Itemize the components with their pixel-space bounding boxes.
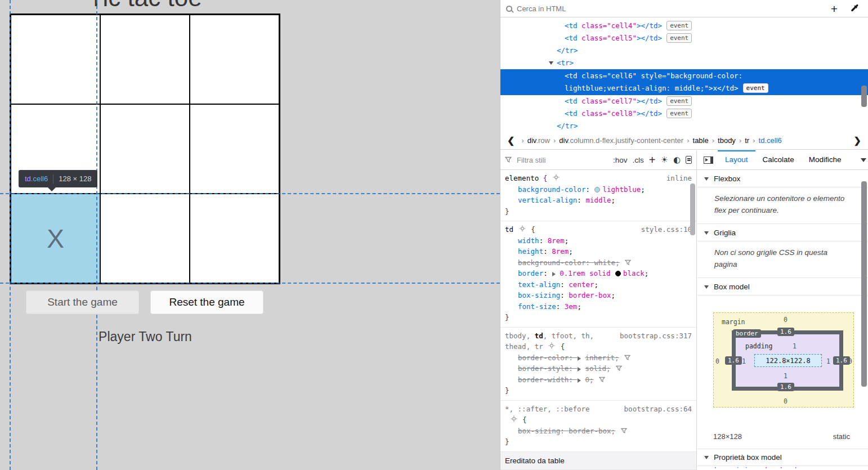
markup-line-cell4[interactable]: <td class="cell4"></td>event bbox=[500, 20, 868, 32]
css-declaration[interactable]: background-color: lightblue; bbox=[505, 184, 692, 195]
reset-game-button[interactable]: Reset the game bbox=[150, 290, 263, 314]
breadcrumb-item[interactable]: tr bbox=[745, 136, 749, 145]
highlight-selector-icon[interactable] bbox=[548, 342, 555, 349]
filter-icon[interactable] bbox=[616, 365, 622, 371]
margin-bottom-value[interactable]: 0 bbox=[784, 397, 788, 405]
filter-icon[interactable] bbox=[621, 428, 627, 434]
box-model-diagram: margin 0 0 0 0 border 1.6 1.6 1.6 1.6 pa… bbox=[713, 312, 854, 408]
content-box-size[interactable]: 122.8×122.8 bbox=[754, 354, 822, 367]
print-simulation-icon[interactable] bbox=[686, 156, 692, 164]
css-declaration-overridden[interactable]: border-width: 0; bbox=[505, 374, 692, 386]
toggle-classes[interactable]: .cls bbox=[633, 156, 644, 164]
highlight-selector-icon[interactable] bbox=[553, 174, 560, 181]
board-cell[interactable] bbox=[100, 15, 190, 104]
rule-source-link[interactable]: style.css:10 bbox=[637, 224, 692, 235]
expand-pane-icon[interactable] bbox=[704, 156, 713, 164]
rule-element-inline[interactable]: elemento { inline background-color: ligh… bbox=[500, 170, 696, 221]
section-box-model-properties[interactable]: Proprietà box model bbox=[697, 449, 868, 466]
event-badge[interactable]: event bbox=[666, 96, 692, 106]
breadcrumb-item[interactable]: table bbox=[693, 136, 709, 145]
markup-line-open-tr[interactable]: <tr> bbox=[500, 57, 868, 69]
padding-left-value[interactable]: 1 bbox=[742, 357, 746, 365]
highlight-selector-icon[interactable] bbox=[511, 415, 517, 422]
board-cell[interactable] bbox=[100, 194, 190, 283]
highlight-selector-icon[interactable] bbox=[519, 225, 526, 232]
border-left-value[interactable]: 1.6 bbox=[725, 356, 742, 365]
event-badge[interactable]: event bbox=[666, 33, 692, 43]
css-declaration[interactable]: box-sizing: border-box; bbox=[505, 290, 692, 301]
rule-source-link[interactable]: bootstrap.css:317 bbox=[615, 330, 692, 342]
toggle-pseudo-classes[interactable]: :hov bbox=[613, 156, 628, 164]
css-declaration-overridden[interactable]: border-style: solid; bbox=[505, 363, 692, 374]
padding-top-value[interactable]: 1 bbox=[793, 342, 797, 350]
breadcrumb-item[interactable]: tbody bbox=[718, 136, 736, 145]
event-badge[interactable]: event bbox=[666, 21, 692, 30]
add-node-button[interactable]: + bbox=[826, 3, 842, 15]
css-declaration-overridden[interactable]: border-color: inherit; bbox=[505, 352, 692, 364]
markup-scrollbar[interactable] bbox=[861, 86, 867, 107]
breadcrumb-item[interactable]: div.row bbox=[527, 136, 550, 145]
board-cell[interactable] bbox=[190, 15, 279, 104]
breadcrumb-item[interactable]: div.column.d-flex.justify-content-center bbox=[559, 136, 683, 145]
more-tabs-icon[interactable] bbox=[861, 158, 866, 165]
margin-left-value[interactable]: 0 bbox=[715, 357, 719, 365]
rule-bootstrap-table-elements[interactable]: tbody, td, tfoot, th,bootstrap.css:317 t… bbox=[500, 328, 696, 401]
start-game-button[interactable]: Start the game bbox=[26, 290, 139, 314]
css-declaration[interactable]: text-align: center; bbox=[505, 279, 692, 290]
css-declaration-overridden[interactable]: background-color: white; bbox=[505, 257, 692, 268]
border-bottom-value[interactable]: 1.6 bbox=[777, 383, 794, 391]
markup-line-cell7[interactable]: <td class="cell7"></td>event bbox=[500, 95, 868, 108]
rule-universal[interactable]: *, ::after, ::beforebootstrap.css:64 { b… bbox=[500, 401, 696, 452]
markup-line-close-tr[interactable]: </tr> bbox=[500, 44, 868, 57]
rule-td[interactable]: td {style.css:10 width: 8rem; height: 8r… bbox=[500, 221, 696, 328]
eyedropper-icon[interactable] bbox=[847, 4, 862, 13]
breadcrumb-item-selected[interactable]: td.cell6 bbox=[759, 136, 782, 145]
breadcrumb-forward-icon[interactable]: ❯ bbox=[851, 135, 865, 146]
dark-mode-icon[interactable]: ◐ bbox=[673, 156, 681, 164]
color-swatch-black[interactable] bbox=[615, 271, 621, 276]
markup-line-cell5[interactable]: <td class="cell5"></td>event bbox=[500, 32, 868, 44]
markup-search-input[interactable] bbox=[517, 5, 822, 13]
padding-bottom-value[interactable]: 1 bbox=[784, 372, 788, 380]
board-cell[interactable] bbox=[190, 194, 279, 283]
margin-top-value[interactable]: 0 bbox=[784, 316, 788, 324]
tab-changes[interactable]: Modifiche bbox=[802, 150, 843, 169]
filter-icon[interactable] bbox=[625, 259, 631, 266]
section-grid[interactable]: Griglia bbox=[697, 224, 868, 241]
event-badge[interactable]: event bbox=[666, 109, 692, 118]
rules-scrollbar[interactable] bbox=[690, 183, 695, 235]
css-declaration-overridden[interactable]: box-sizing: border-box; bbox=[505, 426, 692, 437]
section-flexbox[interactable]: Flexbox bbox=[697, 170, 868, 187]
board-cell[interactable] bbox=[100, 104, 190, 194]
filter-icon[interactable] bbox=[624, 355, 630, 361]
expand-shorthand-icon[interactable] bbox=[552, 272, 558, 276]
layout-scrollbar[interactable] bbox=[861, 181, 867, 387]
border-right-value[interactable]: 1.6 bbox=[833, 356, 850, 365]
css-declaration[interactable]: font-size: 3em; bbox=[505, 301, 692, 312]
section-box-model[interactable]: Box model bbox=[697, 278, 868, 296]
event-badge[interactable]: event bbox=[743, 83, 768, 93]
styles-filter-input[interactable] bbox=[517, 156, 608, 164]
border-top-value[interactable]: 1.6 bbox=[777, 328, 794, 336]
breadcrumb-back-icon[interactable]: ❮ bbox=[504, 135, 518, 146]
board-cell[interactable] bbox=[190, 104, 279, 194]
board-cell-marked[interactable]: X bbox=[11, 194, 100, 283]
rule-source-link[interactable]: inline bbox=[662, 173, 692, 184]
css-declaration[interactable]: vertical-align: middle; bbox=[505, 195, 692, 206]
tab-layout[interactable]: Layout bbox=[718, 150, 755, 169]
filter-icon[interactable] bbox=[599, 377, 605, 383]
css-declaration[interactable]: height: 8rem; bbox=[505, 246, 692, 257]
padding-right-value[interactable]: 1 bbox=[826, 357, 830, 365]
collapse-arrow-icon[interactable] bbox=[549, 61, 553, 67]
markup-selected-node[interactable]: <td class="cell6" style="background-colo… bbox=[500, 69, 868, 95]
add-rule-button[interactable]: + bbox=[649, 154, 656, 165]
css-declaration[interactable]: width: 8rem; bbox=[505, 235, 692, 247]
markup-line-close-tr[interactable]: </tr> bbox=[500, 120, 868, 131]
css-declaration[interactable]: border: 0.1rem solid black; bbox=[505, 268, 692, 279]
board-cell[interactable] bbox=[11, 15, 100, 104]
light-mode-icon[interactable]: ☀ bbox=[660, 156, 668, 164]
color-swatch-lightblue[interactable] bbox=[594, 187, 600, 193]
markup-line-cell8[interactable]: <td class="cell8"></td>event bbox=[500, 108, 868, 120]
rule-source-link[interactable]: bootstrap.css:64 bbox=[620, 404, 692, 415]
tab-computed[interactable]: Calcolate bbox=[755, 150, 802, 169]
